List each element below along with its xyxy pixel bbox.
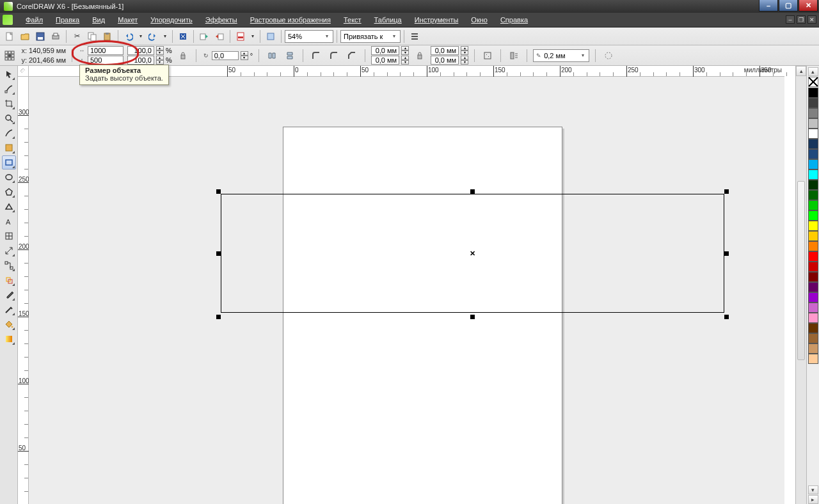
canvas[interactable]: ✕ xyxy=(29,77,784,504)
dropdown-icon[interactable]: ▾ xyxy=(578,52,587,58)
center-marker[interactable]: ✕ xyxy=(470,251,475,256)
swatch[interactable] xyxy=(808,200,818,210)
swatch[interactable] xyxy=(808,292,818,303)
paste-button[interactable] xyxy=(100,29,115,43)
swatch[interactable] xyxy=(808,169,818,180)
menu-edit[interactable]: Правка xyxy=(49,15,86,25)
fill-tool[interactable] xyxy=(2,317,16,331)
spinner[interactable]: ▴▾ xyxy=(241,51,248,60)
height-input[interactable] xyxy=(88,56,123,65)
table-tool[interactable] xyxy=(2,229,16,243)
mirror-v-button[interactable] xyxy=(283,49,297,63)
corner-round-button[interactable] xyxy=(309,49,323,63)
swatch[interactable] xyxy=(808,343,818,354)
vertical-scrollbar[interactable]: ▴ xyxy=(795,66,806,504)
close-button[interactable]: ✕ xyxy=(799,0,818,12)
ellipse-tool[interactable] xyxy=(2,170,16,184)
swatch[interactable] xyxy=(808,282,818,292)
cut-button[interactable]: ✂ xyxy=(70,29,84,43)
lock-ratio-button[interactable] xyxy=(176,49,190,63)
menu-layout[interactable]: Макет xyxy=(111,15,144,25)
swatch[interactable] xyxy=(808,149,818,159)
outline-width-combo[interactable]: ✎ ▾ xyxy=(533,49,589,62)
new-button[interactable] xyxy=(3,29,17,43)
fullscreen-button[interactable] xyxy=(264,29,278,43)
corner-scallop-button[interactable] xyxy=(327,49,341,63)
snap-input[interactable] xyxy=(342,31,390,42)
pick-tool[interactable] xyxy=(2,67,16,81)
swatch[interactable] xyxy=(808,241,818,251)
mirror-h-button[interactable] xyxy=(265,49,279,63)
swatch[interactable] xyxy=(808,333,818,343)
spinner[interactable]: ▴▾ xyxy=(156,56,164,65)
spinner[interactable]: ▴▾ xyxy=(461,46,468,55)
swatch[interactable] xyxy=(808,98,818,108)
menu-window[interactable]: Окно xyxy=(465,15,494,25)
publish-dropdown[interactable]: ▾ xyxy=(249,29,257,43)
crop-tool[interactable] xyxy=(2,97,16,111)
swatch[interactable] xyxy=(808,251,818,262)
text-tool[interactable]: A xyxy=(2,214,16,228)
swatch[interactable] xyxy=(808,303,818,313)
swatch[interactable] xyxy=(808,221,818,231)
menu-bitmaps[interactable]: Растровые изображения xyxy=(244,15,337,25)
snap-combo[interactable]: ▾ xyxy=(340,30,401,43)
open-button[interactable] xyxy=(18,29,32,43)
menu-arrange[interactable]: Упорядочить xyxy=(144,15,198,25)
corner-bl-input[interactable] xyxy=(371,56,399,65)
undo-button[interactable] xyxy=(122,29,136,43)
corner-tl-input[interactable] xyxy=(371,46,399,55)
document-icon[interactable] xyxy=(3,15,13,25)
swatch[interactable] xyxy=(808,210,818,221)
interactive-effects-tool[interactable] xyxy=(2,273,16,287)
options-button[interactable] xyxy=(408,29,422,43)
outline-width-input[interactable] xyxy=(543,51,578,61)
mdi-close[interactable]: ✕ xyxy=(807,15,816,24)
import-button[interactable] xyxy=(197,29,211,43)
handle-tl[interactable] xyxy=(216,189,221,194)
swatch[interactable] xyxy=(808,139,818,149)
rectangle-tool[interactable] xyxy=(2,155,16,169)
search-content-button[interactable] xyxy=(176,29,190,43)
save-button[interactable] xyxy=(33,29,47,43)
scale-x-input[interactable] xyxy=(127,46,154,55)
shape-tool[interactable] xyxy=(2,82,16,96)
handle-ml[interactable] xyxy=(216,251,221,256)
corner-tr-input[interactable] xyxy=(431,46,459,55)
ruler-vertical[interactable]: 30025020015010050 xyxy=(18,77,29,504)
interactive-fill-tool[interactable] xyxy=(2,332,16,346)
maximize-button[interactable]: ▢ xyxy=(779,0,798,12)
mdi-restore[interactable]: ❐ xyxy=(797,15,806,24)
swatch[interactable] xyxy=(808,262,818,272)
swatch[interactable] xyxy=(808,159,818,169)
corner-br-input[interactable] xyxy=(431,56,459,65)
scroll-up-button[interactable]: ▴ xyxy=(796,66,806,76)
swatch[interactable] xyxy=(808,231,818,241)
canvas-area[interactable]: миллиметры 050050100150200250300350 3002… xyxy=(18,66,795,504)
zoom-tool[interactable] xyxy=(2,111,16,125)
swatch[interactable] xyxy=(808,180,818,190)
connector-tool[interactable] xyxy=(2,258,16,272)
swatch[interactable] xyxy=(808,118,818,129)
spinner[interactable]: ▴▾ xyxy=(401,56,409,65)
swatch[interactable] xyxy=(808,323,818,333)
menu-table[interactable]: Таблица xyxy=(368,15,408,25)
corner-chamfer-button[interactable] xyxy=(345,49,359,63)
freehand-tool[interactable] xyxy=(2,126,16,140)
swatch[interactable] xyxy=(808,129,818,139)
copy-button[interactable] xyxy=(85,29,99,43)
redo-button[interactable] xyxy=(146,29,160,43)
swatch[interactable] xyxy=(808,88,818,98)
menu-help[interactable]: Справка xyxy=(494,15,534,25)
export-button[interactable] xyxy=(212,29,227,43)
palette-up[interactable]: ▴ xyxy=(808,67,818,76)
swatch[interactable] xyxy=(808,272,818,282)
menu-file[interactable]: Файл xyxy=(19,15,49,25)
handle-br[interactable] xyxy=(724,315,729,319)
spinner[interactable]: ▴▾ xyxy=(401,46,409,55)
eyedropper-tool[interactable] xyxy=(2,288,16,302)
palette-down[interactable]: ▾ xyxy=(808,485,818,494)
handle-bl[interactable] xyxy=(216,315,221,319)
smart-fill-tool[interactable] xyxy=(2,141,16,155)
corner-lock-button[interactable] xyxy=(413,49,427,63)
